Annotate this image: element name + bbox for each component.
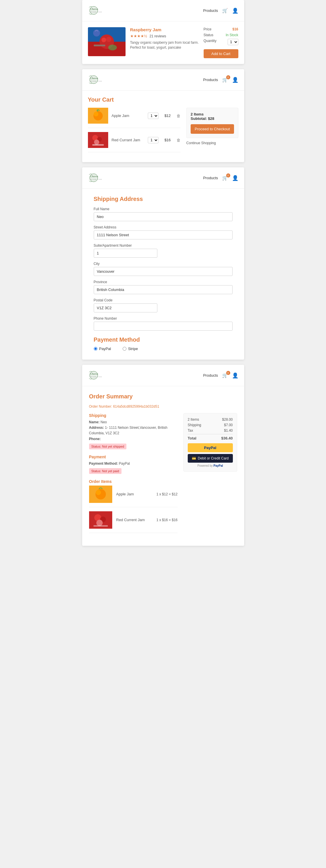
shipping-info: Name: Neo Address: 1- 1111 Nelson Street… xyxy=(89,420,177,442)
payment-options: PayPal Stripe xyxy=(94,347,233,351)
province-group: Province xyxy=(94,280,233,294)
order-section: Order Summary Order Number: 614a5dcd8925… xyxy=(82,386,244,546)
paypal-option[interactable]: PayPal xyxy=(94,347,111,351)
svg-rect-18 xyxy=(97,110,98,112)
logo-icon-3: Cheeva NATURAL FOOD xyxy=(88,172,104,184)
items-label: 2 Items xyxy=(188,417,199,422)
street-input[interactable] xyxy=(94,230,233,240)
product-image xyxy=(88,27,126,56)
svg-text:Cheeva: Cheeva xyxy=(90,77,98,80)
postal-input[interactable] xyxy=(94,303,157,312)
review-count: 21 reviews xyxy=(150,34,166,38)
user-icon[interactable]: 👤 xyxy=(232,7,238,14)
logo-area: Cheeva NATURAL FOOD xyxy=(88,4,104,17)
nav-products[interactable]: Products xyxy=(203,8,218,13)
continue-shopping-link[interactable]: Continue Shopping xyxy=(186,141,238,145)
screen-cart: Cheeva NATURAL FOOD Products 🛒 0 👤 Your … xyxy=(82,69,244,162)
paypal-pay-button[interactable]: PayPal xyxy=(188,443,233,452)
add-to-cart-button[interactable]: Add to Cart xyxy=(204,49,238,58)
price-label: Price xyxy=(204,27,211,31)
redcurrant-img-svg xyxy=(88,132,108,148)
payment-info: Payment Method: PayPal xyxy=(89,461,177,466)
svg-text:NATURAL FOOD: NATURAL FOOD xyxy=(90,11,102,13)
suite-group: Suite/Apartment Number xyxy=(94,244,233,258)
cart-item-qty-1: 123 xyxy=(148,113,159,119)
header-cart: Cheeva NATURAL FOOD Products 🛒 0 👤 xyxy=(82,69,244,91)
apple-img-svg xyxy=(88,108,108,124)
total-label: Total xyxy=(188,436,196,440)
street-label: Street Address xyxy=(94,225,233,229)
cart-item: Apple Jam 123 $12 🗑 xyxy=(88,108,181,128)
shipping-title: Shipping Address xyxy=(94,196,233,203)
shipping-form-section: Shipping Address Full Name Street Addres… xyxy=(82,189,244,360)
shipping-status-badge: Status: Not yet shipped xyxy=(89,443,127,450)
quantity-select[interactable]: 1 2 3 xyxy=(228,39,238,45)
cart-badge-3: 0 xyxy=(226,174,230,178)
cart-button[interactable]: 🛒 xyxy=(222,8,228,13)
product-section: Raspberry Jam ★★★★½ 21 reviews Tangy org… xyxy=(82,22,244,64)
stripe-option[interactable]: Stripe xyxy=(123,347,138,351)
cart-item-2: Red Currant Jam 123 $16 🗑 xyxy=(88,132,181,152)
user-icon-2[interactable]: 👤 xyxy=(232,77,238,83)
svg-point-36 xyxy=(96,520,103,526)
logo-area-2: Cheeva NATURAL FOOD xyxy=(88,73,104,86)
nav-products-2[interactable]: Products xyxy=(203,78,218,82)
header-product: Cheeva NATURAL FOOD Products 🛒 👤 xyxy=(82,0,244,22)
svg-point-32 xyxy=(96,490,101,495)
tax-label: Tax xyxy=(188,429,193,433)
stripe-label: Stripe xyxy=(128,347,138,351)
cart-button-2[interactable]: 🛒 0 xyxy=(222,77,228,83)
qty-select-1[interactable]: 123 xyxy=(148,113,159,119)
cart-item-qty-2: 123 xyxy=(148,137,159,143)
svg-rect-37 xyxy=(93,525,108,527)
items-value: $28.00 xyxy=(222,417,233,422)
province-input[interactable] xyxy=(94,285,233,294)
price-breakdown: 2 Items $28.00 Shipping $7.00 Tax $1.40 xyxy=(188,417,233,440)
order-apple-svg xyxy=(89,486,112,503)
cart-item-name-1: Apple Jam xyxy=(112,114,144,118)
suite-input[interactable] xyxy=(94,249,157,258)
cart-item-price-1: $12 xyxy=(164,114,171,118)
product-rating: ★★★★½ 21 reviews xyxy=(130,33,199,38)
svg-rect-23 xyxy=(92,144,104,146)
items-price-row: 2 Items $28.00 xyxy=(188,417,233,422)
summary-box: 2 Items Subtotal: $28 Proceed to Checkou… xyxy=(186,108,238,138)
delete-item-2[interactable]: 🗑 xyxy=(176,138,181,143)
nav-products-4[interactable]: Products xyxy=(203,373,218,377)
full-name-input[interactable] xyxy=(94,212,233,221)
qty-select-2[interactable]: 123 xyxy=(148,137,159,143)
status-value: In Stock xyxy=(226,33,238,37)
screen-product: Cheeva NATURAL FOOD Products 🛒 👤 xyxy=(82,0,244,64)
paypal-radio[interactable] xyxy=(94,347,97,351)
debit-card-button[interactable]: 💳 Debit or Credit Card xyxy=(188,454,233,463)
tax-value: $1.40 xyxy=(224,429,233,433)
summary-items: 2 Items xyxy=(191,112,234,116)
city-input[interactable] xyxy=(94,267,233,276)
full-name-group: Full Name xyxy=(94,207,233,221)
user-icon-4[interactable]: 👤 xyxy=(232,372,238,379)
payment-method-title: Payment Method xyxy=(94,336,233,343)
order-apple-image xyxy=(89,486,112,503)
shipping-price-label: Shipping xyxy=(188,423,201,427)
price-value: $16 xyxy=(232,27,238,31)
payment-status-badge: Status: Not yet paid xyxy=(89,468,122,474)
nav-products-3[interactable]: Products xyxy=(203,176,218,180)
stripe-radio[interactable] xyxy=(123,347,126,351)
logo-icon-4: Cheeva NATURAL FOOD xyxy=(88,369,104,382)
phone-input[interactable] xyxy=(94,322,233,331)
cart-button-4[interactable]: 🛒 0 xyxy=(222,373,228,378)
cart-badge-4: 0 xyxy=(226,371,230,375)
qty-label: Quantity xyxy=(204,39,217,45)
order-item-calc-1: 1 x $12 = $12 xyxy=(157,492,177,496)
delete-item-1[interactable]: 🗑 xyxy=(176,114,181,118)
street-group: Street Address xyxy=(94,225,233,240)
card-icon: 💳 xyxy=(192,456,196,460)
price-row: Price $16 xyxy=(204,27,238,31)
city-label: City xyxy=(94,262,233,266)
phone-label: Phone Number xyxy=(94,316,233,320)
cart-button-3[interactable]: 🛒 0 xyxy=(222,175,228,181)
checkout-button[interactable]: Proceed to Checkout xyxy=(191,124,234,134)
order-item-name-2: Red Current Jam xyxy=(116,518,153,522)
order-items-title: Order Items xyxy=(89,479,177,484)
user-icon-3[interactable]: 👤 xyxy=(232,175,238,181)
